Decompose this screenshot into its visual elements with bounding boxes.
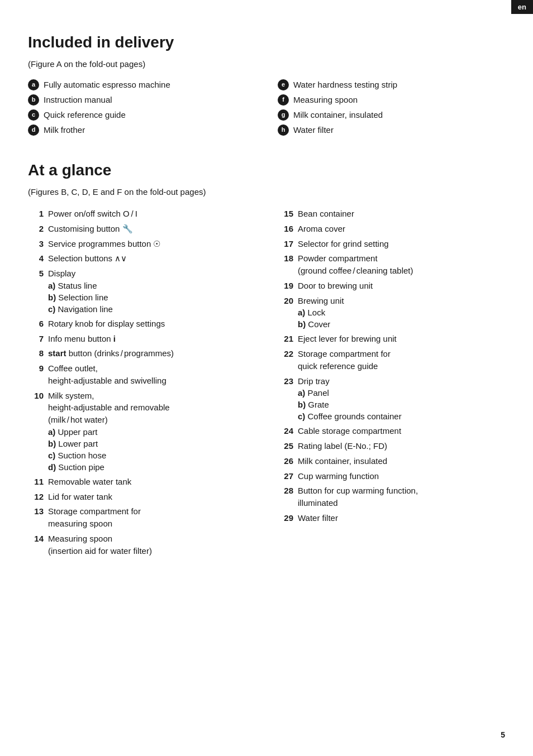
- glance-text: Drip traya) Panelb) Gratec) Coffee groun…: [298, 375, 505, 423]
- glance-num: 6: [28, 318, 44, 330]
- delivery-item-text: Fully automatic espresso machine: [44, 79, 170, 90]
- glance-item: 12Lid for water tank: [28, 491, 255, 503]
- glance-right: 15Bean container16Aroma cover17Selector …: [278, 208, 505, 559]
- glance-item: 29Water filter: [278, 512, 505, 524]
- glance-item: 7Info menu button i: [28, 333, 255, 345]
- glance-num: 21: [278, 333, 293, 345]
- glance-item: 22Storage compartment forquick reference…: [278, 348, 505, 372]
- glance-subitem: c) Suction hose: [48, 449, 255, 461]
- glance-subitem: a) Lock: [298, 307, 505, 318]
- glance-left: 1Power on/off switch O / I2Customising b…: [28, 208, 255, 559]
- glance-num: 2: [28, 223, 44, 235]
- bullet-circle: b: [28, 94, 39, 106]
- glance-text: Removable water tank: [48, 476, 255, 488]
- glance-item: 27Cup warming function: [278, 470, 505, 482]
- glance-num: 18: [278, 252, 293, 265]
- glance-text: Storage compartment formeasuring spoon: [48, 505, 255, 530]
- glance-item: 8start button (drinks / programmes): [28, 347, 255, 360]
- glance-text: Info menu button i: [48, 333, 255, 345]
- section1-title: Included in delivery: [28, 34, 505, 51]
- glance-num: 25: [278, 440, 293, 452]
- glance-subitem: b) Selection line: [48, 291, 255, 303]
- page-number: 5: [501, 730, 505, 739]
- glance-subitem: c) Coffee grounds container: [298, 410, 505, 422]
- delivery-item: dMilk frother: [28, 124, 255, 136]
- glance-num: 28: [278, 485, 293, 497]
- bullet-circle: g: [278, 109, 289, 121]
- glance-subitem: b) Lower part: [48, 438, 255, 449]
- glance-item: 24Cable storage compartment: [278, 425, 505, 437]
- delivery-item-text: Measuring spoon: [293, 94, 358, 106]
- glance-text: Power on/off switch O / I: [48, 208, 255, 220]
- glance-item: 16Aroma cover: [278, 223, 505, 235]
- delivery-item: fMeasuring spoon: [278, 94, 505, 106]
- glance-num: 13: [28, 505, 44, 518]
- glance-item: 11Removable water tank: [28, 476, 255, 488]
- glance-item: 3Service programmes button ☉: [28, 238, 255, 250]
- glance-text: Aroma cover: [298, 223, 505, 235]
- glance-num: 3: [28, 238, 44, 250]
- glance-item: 9Coffee outlet,height-adjustable and swi…: [28, 362, 255, 387]
- glance-item: 6Rotary knob for display settings: [28, 318, 255, 330]
- glance-item: 13Storage compartment formeasuring spoon: [28, 505, 255, 530]
- delivery-item-text: Water filter: [293, 124, 334, 136]
- bullet-circle: e: [278, 79, 289, 90]
- delivery-right: eWater hardness testing stripfMeasuring …: [278, 79, 505, 139]
- glance-text: Door to brewing unit: [298, 280, 505, 292]
- glance-text: Rotary knob for display settings: [48, 318, 255, 330]
- glance-text: Displaya) Status lineb) Selection linec)…: [48, 267, 255, 315]
- glance-text: Lid for water tank: [48, 491, 255, 503]
- delivery-item: aFully automatic espresso machine: [28, 79, 255, 90]
- glance-item: 20Brewing unita) Lockb) Cover: [278, 295, 505, 331]
- glance-subitem: c) Navigation line: [48, 303, 255, 315]
- glance-num: 27: [278, 470, 293, 482]
- glance-item: 23Drip traya) Panelb) Gratec) Coffee gro…: [278, 375, 505, 423]
- glance-text: Brewing unita) Lockb) Cover: [298, 295, 505, 331]
- bold-text: start: [48, 348, 66, 358]
- glance-text: Cup warming function: [298, 470, 505, 482]
- delivery-left: aFully automatic espresso machinebInstru…: [28, 79, 255, 139]
- delivery-item: cQuick reference guide: [28, 109, 255, 121]
- delivery-grid: aFully automatic espresso machinebInstru…: [28, 79, 505, 139]
- glance-text: Selector for grind setting: [298, 238, 505, 250]
- bullet-circle: a: [28, 79, 39, 90]
- glance-text: start button (drinks / programmes): [48, 347, 255, 360]
- glance-item: 1Power on/off switch O / I: [28, 208, 255, 220]
- glance-num: 7: [28, 333, 44, 345]
- glance-num: 22: [278, 348, 293, 360]
- glance-subitem: b) Grate: [298, 399, 505, 410]
- glance-item: 25Rating label (E-No.; FD): [278, 440, 505, 452]
- glance-num: 16: [278, 223, 293, 235]
- glance-text: Bean container: [298, 208, 505, 220]
- section2-title: At a glance: [28, 161, 505, 179]
- glance-num: 19: [278, 280, 293, 292]
- glance-text: Milk system,height-adjustable and remova…: [48, 390, 255, 473]
- glance-text: Cable storage compartment: [298, 425, 505, 437]
- glance-grid: 1Power on/off switch O / I2Customising b…: [28, 208, 505, 559]
- glance-text: Measuring spoon(insertion aid for water …: [48, 533, 255, 557]
- lang-badge: en: [511, 0, 533, 14]
- glance-item: 19Door to brewing unit: [278, 280, 505, 292]
- glance-subitem: b) Cover: [298, 318, 505, 330]
- glance-text: Rating label (E-No.; FD): [298, 440, 505, 452]
- glance-subitem: d) Suction pipe: [48, 461, 255, 473]
- glance-text: Selection buttons ∧∨: [48, 252, 255, 265]
- glance-subitem: a) Status line: [48, 280, 255, 291]
- glance-item: 15Bean container: [278, 208, 505, 220]
- bullet-circle: c: [28, 109, 39, 121]
- glance-item: 4Selection buttons ∧∨: [28, 252, 255, 265]
- glance-item: 26Milk container, insulated: [278, 455, 505, 467]
- glance-text: Service programmes button ☉: [48, 238, 255, 250]
- delivery-item: bInstruction manual: [28, 94, 255, 106]
- section2: At a glance (Figures B, C, D, E and F on…: [28, 161, 505, 197]
- section1-subtitle: (Figure A on the fold-out pages): [28, 59, 505, 69]
- glance-num: 10: [28, 390, 44, 402]
- glance-item: 2Customising button 🔧: [28, 223, 255, 235]
- glance-text: Coffee outlet,height-adjustable and swiv…: [48, 362, 255, 387]
- bullet-circle: d: [28, 125, 39, 136]
- glance-text: Storage compartment forquick reference g…: [298, 348, 505, 372]
- delivery-item-text: Milk container, insulated: [293, 109, 383, 121]
- glance-item: 14Measuring spoon(insertion aid for wate…: [28, 533, 255, 557]
- glance-text: Milk container, insulated: [298, 455, 505, 467]
- glance-num: 23: [278, 375, 293, 387]
